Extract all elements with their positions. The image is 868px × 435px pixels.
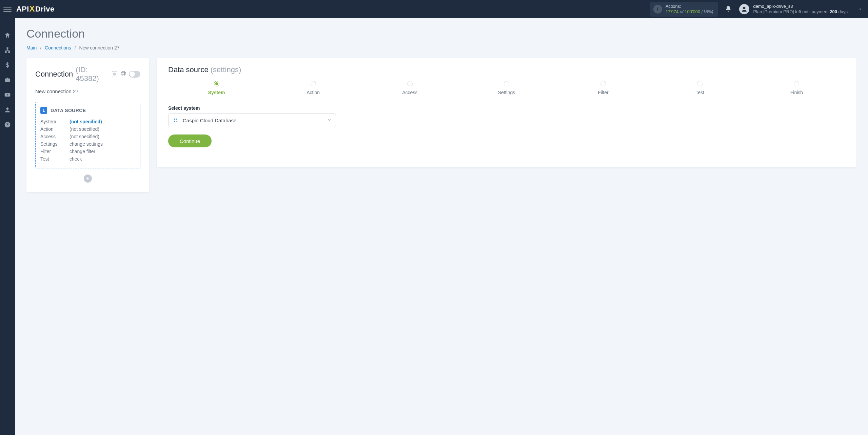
ds-row-value: change filter (70, 149, 95, 154)
ds-row-settings[interactable]: Settingschange settings (40, 140, 135, 148)
chevron-down-icon (858, 7, 863, 12)
svg-rect-3 (8, 51, 9, 53)
copy-icon[interactable] (112, 71, 117, 77)
svg-point-10 (176, 119, 177, 120)
user-meta: demo_apix-drive_s3 Plan |Premium PRO| le… (753, 4, 848, 15)
step-action[interactable]: Action (265, 81, 361, 95)
ds-title-text: DATA SOURCE (51, 108, 86, 113)
nav-videos[interactable] (0, 87, 15, 102)
svg-point-12 (176, 121, 177, 122)
top-header: APIXDrive i Actions: 17'974 of 100'000 (… (0, 0, 868, 18)
ds-row-value: check (70, 156, 82, 162)
ds-row-key: Action (40, 126, 70, 132)
svg-point-11 (174, 121, 175, 122)
nav-tools[interactable] (0, 72, 15, 87)
actions-usage-box[interactable]: i Actions: 17'974 of 100'000 (18%) (650, 2, 718, 17)
ds-row-action[interactable]: Action(not specified) (40, 125, 135, 133)
ds-row-value: (not specified) (70, 134, 99, 139)
system-dropdown[interactable]: Caspio Cloud Database (168, 113, 336, 127)
ds-row-value: (not specified) (70, 126, 99, 132)
settings-title: Data source (settings) (168, 65, 845, 74)
step-dot (311, 81, 316, 86)
brand-part2: Drive (35, 5, 55, 14)
svg-rect-2 (5, 51, 6, 53)
svg-point-5 (6, 107, 9, 110)
brand-logo[interactable]: APIXDrive (16, 4, 54, 14)
nav-account[interactable] (0, 102, 15, 117)
sitemap-icon (4, 47, 11, 54)
chevron-down-icon (327, 118, 332, 123)
step-test[interactable]: Test (652, 81, 748, 95)
user-plan: Plan |Premium PRO| left until payment 20… (753, 9, 848, 15)
step-dot (697, 81, 703, 86)
ds-row-filter[interactable]: Filterchange filter (40, 148, 135, 155)
page-title: Connection (26, 27, 856, 40)
add-destination-button[interactable]: + (84, 174, 92, 183)
breadcrumb: Main / Connections / New connection 27 (26, 45, 856, 50)
ds-number-badge: 1 (40, 107, 47, 114)
home-icon (4, 32, 11, 39)
step-access[interactable]: Access (361, 81, 458, 95)
continue-button[interactable]: Continue (168, 134, 212, 147)
step-dot (504, 81, 509, 86)
ds-row-system[interactable]: System(not specified) (40, 118, 135, 125)
user-icon (4, 106, 11, 113)
side-nav (0, 18, 15, 435)
step-label: Filter (598, 90, 609, 95)
youtube-icon (4, 91, 11, 98)
step-label: Test (695, 90, 704, 95)
avatar-icon (739, 4, 749, 14)
nav-help[interactable] (0, 117, 15, 132)
notifications-bell[interactable] (725, 5, 732, 13)
step-dot (794, 81, 799, 86)
svg-rect-1 (7, 48, 8, 49)
step-system[interactable]: System (168, 81, 265, 95)
actions-stats: 17'974 of 100'000 (18%) (666, 9, 713, 15)
nav-home[interactable] (0, 28, 15, 43)
actions-label: Actions: (666, 4, 713, 9)
step-label: Access (402, 90, 417, 95)
step-label: Settings (498, 90, 515, 95)
nav-billing[interactable] (0, 58, 15, 72)
nav-connections[interactable] (0, 43, 15, 58)
info-icon: i (653, 5, 662, 14)
svg-point-7 (7, 126, 8, 126)
brand-x: X (29, 4, 35, 14)
gear-icon[interactable] (120, 70, 126, 79)
ds-row-access[interactable]: Access(not specified) (40, 133, 135, 140)
progress-steps: SystemActionAccessSettingsFilterTestFini… (168, 81, 845, 95)
ds-row-value: change settings (70, 141, 103, 147)
breadcrumb-connections[interactable]: Connections (45, 45, 71, 50)
user-name: demo_apix-drive_s3 (753, 4, 848, 9)
ds-row-value: (not specified) (70, 119, 102, 124)
step-label: Action (307, 90, 320, 95)
step-settings[interactable]: Settings (458, 81, 555, 95)
breadcrumb-current: New connection 27 (79, 45, 120, 50)
step-dot (214, 81, 219, 86)
user-menu[interactable]: demo_apix-drive_s3 Plan |Premium PRO| le… (739, 4, 865, 15)
hamburger-menu[interactable] (3, 5, 12, 13)
data-source-settings-card: Data source (settings) SystemActionAcces… (157, 58, 856, 167)
step-dot (407, 81, 413, 86)
brand-part1: API (16, 5, 29, 14)
question-icon (4, 121, 11, 128)
data-source-box: 1 DATA SOURCE System(not specified)Actio… (35, 102, 140, 168)
caspio-icon (173, 117, 179, 123)
ds-row-key: System (40, 119, 70, 124)
enable-toggle[interactable] (129, 71, 140, 78)
ds-row-key: Filter (40, 149, 70, 154)
ds-row-key: Test (40, 156, 70, 162)
breadcrumb-main[interactable]: Main (26, 45, 37, 50)
ds-row-test[interactable]: Testcheck (40, 155, 135, 163)
svg-point-9 (174, 119, 175, 120)
step-filter[interactable]: Filter (555, 81, 652, 95)
step-finish[interactable]: Finish (748, 81, 845, 95)
summary-id: (ID: 45382) (76, 65, 109, 83)
bell-icon (725, 5, 732, 12)
briefcase-icon (4, 77, 11, 83)
dollar-icon (4, 62, 11, 68)
ds-row-key: Settings (40, 141, 70, 147)
connection-summary-card: Connection (ID: 45382) New connection 27… (26, 58, 149, 192)
ds-row-key: Access (40, 134, 70, 139)
svg-point-0 (743, 7, 745, 9)
